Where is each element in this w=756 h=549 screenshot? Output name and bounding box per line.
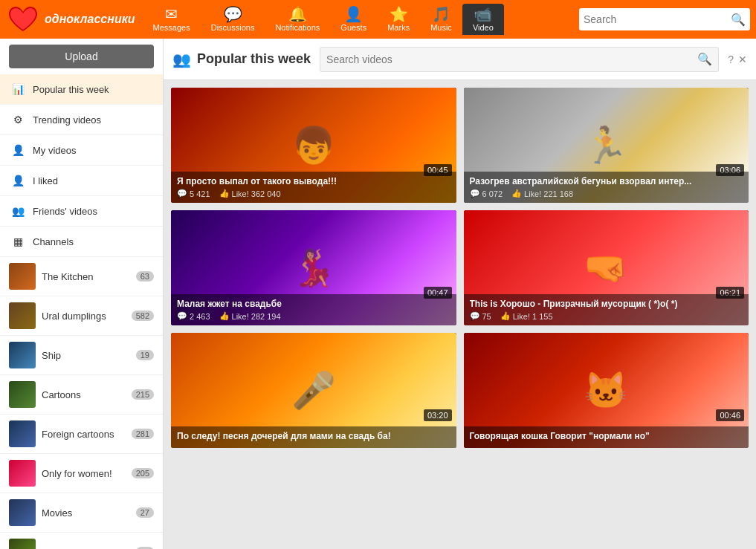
kitchen-count: 63 bbox=[136, 271, 154, 282]
sidebar-item-kidsmovies-label: Kids movies bbox=[42, 547, 130, 550]
sidebar-item-ural[interactable]: Ural dumplings 582 bbox=[0, 296, 163, 336]
video-title-v5: По следу! песня дочерей для мами на свад… bbox=[177, 431, 450, 441]
sidebar-item-women-label: Only for women! bbox=[42, 468, 126, 479]
nav-marks[interactable]: ⭐ Marks bbox=[377, 4, 420, 35]
logo-area: одноклассники bbox=[6, 4, 135, 34]
sidebar-item-ship-label: Ship bbox=[42, 350, 130, 361]
sidebar-item-friends-label: Friends' videos bbox=[33, 206, 154, 217]
video-stats-v1: 💬 5 421 👍 Like! 362 040 bbox=[177, 189, 450, 198]
logo-text: одноклассники bbox=[45, 13, 135, 26]
video-info-v5: По следу! песня дочерей для мами на свад… bbox=[171, 426, 456, 448]
video-card-v3[interactable]: 💃 00:47 Малая жжет на свадьбе 💬 2 463 👍 … bbox=[171, 210, 456, 325]
video-info-v4: This is Хорошо - Призрачный мусорщик ( *… bbox=[464, 294, 749, 325]
sidebar-item-trending-label: Trending videos bbox=[33, 114, 154, 126]
sidebar-item-women[interactable]: Only for women! 205 bbox=[0, 454, 163, 493]
nav-messages-label: Messages bbox=[153, 23, 190, 32]
upload-button[interactable]: Upload bbox=[9, 45, 154, 68]
sidebar-item-cartoons[interactable]: Cartoons 215 bbox=[0, 375, 163, 415]
ural-thumb bbox=[9, 302, 36, 329]
logo-icon bbox=[6, 4, 40, 34]
guests-icon: 👤 bbox=[344, 7, 363, 22]
messages-icon: ✉ bbox=[165, 7, 178, 22]
sidebar-item-liked-label: I liked bbox=[33, 175, 154, 186]
content-title-icon: 👥 bbox=[172, 51, 191, 68]
like-icon: 👍 bbox=[219, 311, 230, 321]
sidebar-item-kitchen-label: The Kitchen bbox=[42, 271, 130, 282]
nav-messages[interactable]: ✉ Messages bbox=[143, 4, 201, 35]
sidebar-item-ship[interactable]: Ship 19 bbox=[0, 336, 163, 375]
video-info-v2: Разогрев австралийской бегуньи взорвал и… bbox=[464, 172, 749, 203]
discussions-icon: 💬 bbox=[224, 7, 242, 22]
sidebar-item-ural-label: Ural dumplings bbox=[42, 311, 126, 322]
sidebar-item-popular-label: Popular this week bbox=[33, 84, 154, 95]
nav-discussions[interactable]: 💬 Discussions bbox=[201, 4, 265, 35]
content-header: 👥 Popular this week 🔍 ? ✕ bbox=[164, 39, 756, 80]
nav-music-label: Music bbox=[430, 23, 452, 32]
sidebar-item-myvideos-label: My videos bbox=[33, 145, 154, 156]
nav-guests[interactable]: 👤 Guests bbox=[330, 4, 377, 35]
global-search-button[interactable]: 🔍 bbox=[731, 13, 746, 27]
sidebar-item-channels-label: Channels bbox=[33, 236, 154, 247]
close-button[interactable]: ✕ bbox=[738, 53, 747, 65]
help-button[interactable]: ? bbox=[728, 53, 734, 65]
global-search-input[interactable] bbox=[584, 13, 731, 25]
music-icon: 🎵 bbox=[432, 7, 450, 22]
nav-video[interactable]: 📹 Video bbox=[462, 4, 504, 35]
video-search-input[interactable] bbox=[326, 53, 697, 65]
sidebar-item-kidsmovies[interactable]: Kids movies 25 bbox=[0, 533, 163, 549]
kitchen-thumb bbox=[9, 263, 36, 290]
friends-icon: 👥 bbox=[9, 202, 27, 220]
cartoons-thumb bbox=[9, 381, 36, 408]
comment-icon: 💬 bbox=[470, 189, 480, 198]
like-icon: 👍 bbox=[219, 189, 230, 198]
comment-icon: 💬 bbox=[177, 189, 187, 198]
cartoons-count: 215 bbox=[132, 389, 154, 400]
global-search-bar[interactable]: 🔍 bbox=[579, 8, 750, 30]
content-title: Popular this week bbox=[197, 51, 311, 67]
myvideos-icon: 👤 bbox=[9, 141, 27, 159]
sidebar-item-popular[interactable]: 📊 Popular this week bbox=[0, 74, 163, 105]
sidebar-item-foreigncartoons[interactable]: Foreign cartoons 281 bbox=[0, 415, 163, 454]
video-card-v6[interactable]: 🐱 00:46 Говорящая кошка Говорит "нормали… bbox=[464, 333, 749, 448]
sidebar-item-movies[interactable]: Movies 27 bbox=[0, 493, 163, 533]
sidebar-item-myvideos[interactable]: 👤 My videos bbox=[0, 135, 163, 166]
sidebar-scroll[interactable]: 📊 Popular this week ⚙ Trending videos 👤 … bbox=[0, 74, 163, 549]
video-thumb-v6: 🐱 00:46 Говорящая кошка Говорит "нормали… bbox=[464, 333, 749, 448]
sidebar-item-trending[interactable]: ⚙ Trending videos bbox=[0, 105, 163, 135]
video-info-v6: Говорящая кошка Говорит "нормали но" bbox=[464, 426, 749, 448]
video-title-v2: Разогрев австралийской бегуньи взорвал и… bbox=[470, 176, 743, 186]
video-search-button[interactable]: 🔍 bbox=[697, 52, 712, 66]
nav-notifications[interactable]: 🔔 Notifications bbox=[265, 4, 330, 35]
video-thumb-v2: 🏃 03:06 Разогрев австралийской бегуньи в… bbox=[464, 88, 749, 203]
video-card-v1[interactable]: 👦 00:45 Я просто выпал от такого вывода!… bbox=[171, 88, 456, 203]
video-card-v2[interactable]: 🏃 03:06 Разогрев австралийской бегуньи в… bbox=[464, 88, 749, 203]
like-icon: 👍 bbox=[511, 189, 522, 198]
video-duration-v5: 03:20 bbox=[424, 409, 452, 421]
comment-icon: 💬 bbox=[470, 311, 480, 321]
sidebar-item-channels[interactable]: ▦ Channels bbox=[0, 227, 163, 257]
sidebar-item-cartoons-label: Cartoons bbox=[42, 389, 126, 400]
marks-icon: ⭐ bbox=[390, 7, 408, 22]
sidebar-item-kitchen[interactable]: The Kitchen 63 bbox=[0, 257, 163, 296]
women-count: 205 bbox=[132, 468, 154, 478]
sidebar-item-liked[interactable]: 👤 I liked bbox=[0, 166, 163, 196]
main-layout: Upload 📊 Popular this week ⚙ Trending vi… bbox=[0, 39, 756, 549]
liked-icon: 👤 bbox=[9, 172, 27, 189]
channels-icon: ▦ bbox=[9, 233, 27, 250]
trending-icon: ⚙ bbox=[9, 111, 27, 129]
video-likes-v3: 👍 Like! 282 194 bbox=[219, 311, 281, 321]
video-search-bar[interactable]: 🔍 bbox=[320, 47, 719, 72]
video-thumb-v1: 👦 00:45 Я просто выпал от такого вывода!… bbox=[171, 88, 456, 203]
comment-icon: 💬 bbox=[177, 311, 187, 321]
notifications-icon: 🔔 bbox=[288, 7, 307, 22]
video-card-v5[interactable]: 🎤 03:20 По следу! песня дочерей для мами… bbox=[171, 333, 456, 448]
like-icon: 👍 bbox=[500, 311, 511, 321]
nav-music[interactable]: 🎵 Music bbox=[420, 4, 462, 35]
video-likes-v4: 👍 Like! 1 155 bbox=[500, 311, 553, 321]
popular-icon: 📊 bbox=[9, 80, 27, 98]
video-card-v4[interactable]: 🤜 06:21 This is Хорошо - Призрачный мусо… bbox=[464, 210, 749, 325]
nav-video-label: Video bbox=[473, 23, 494, 32]
video-thumb-v5: 🎤 03:20 По следу! песня дочерей для мами… bbox=[171, 333, 456, 448]
sidebar-item-friends[interactable]: 👥 Friends' videos bbox=[0, 196, 163, 227]
video-thumb-v4: 🤜 06:21 This is Хорошо - Призрачный мусо… bbox=[464, 210, 749, 325]
